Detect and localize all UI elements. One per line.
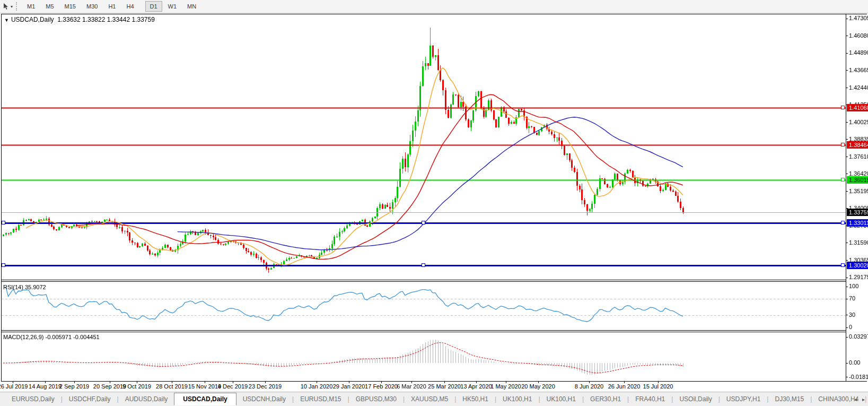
chart-tab-usdcnh-daily[interactable]: USDCNH,Daily	[236, 393, 292, 405]
ohlc-low: 1.33442	[107, 16, 130, 23]
chart-tab-gbpusd-m30[interactable]: GBPUSD,M30	[349, 393, 403, 405]
rsi-indicator-label: RSI(14) 35.9072	[3, 284, 46, 290]
date-label: 23 Dec 2019	[249, 383, 282, 390]
chart-tab-usdjpy-h1[interactable]: USDJPY,H1	[720, 393, 767, 405]
tab-scroll-left-icon[interactable]: ◂	[854, 396, 857, 402]
chart-tab-fra40-h1[interactable]: FRA40,H1	[629, 393, 671, 405]
rsi-tick-mark	[846, 299, 848, 299]
chart-top-border	[1, 14, 867, 14]
macd-indicator-label: MACD(12,26,9) -0.005971 -0.004451	[3, 334, 100, 340]
price-tick-mark	[846, 70, 848, 71]
chart-tab-usoil-daily[interactable]: USOil,Daily	[673, 393, 718, 405]
price-tick-mark	[846, 53, 848, 54]
line-drag-handle[interactable]	[2, 221, 5, 224]
price-tick-mark	[846, 278, 848, 278]
date-label: 28 Oct 2019	[156, 383, 188, 390]
ohlc-close: 1.33759	[131, 16, 154, 23]
chart-tab-uk100-h1[interactable]: UK100,H1	[540, 393, 582, 405]
tab-separator: |	[865, 395, 866, 403]
date-label: 6 Mar 2020	[397, 383, 426, 390]
line-drag-handle[interactable]	[2, 263, 5, 267]
price-tick-mark	[846, 88, 848, 88]
date-label: 1 May 2020	[490, 383, 521, 390]
date-label: 25 Mar 2020	[428, 383, 461, 390]
chart-tab-eurusd-daily[interactable]: EURUSD,Daily	[5, 393, 61, 405]
tab-scroll-right-icon[interactable]: ▸	[862, 396, 865, 402]
chart-bottom-border	[1, 381, 867, 382]
line-drag-handle[interactable]	[422, 263, 425, 267]
price-tick-mark	[846, 243, 848, 243]
chart-tab-bar: EURUSD,Daily|USDCHF,Daily|AUDUSD,DailyUS…	[0, 392, 868, 406]
price-badge: 1.41060	[847, 104, 868, 111]
price-tick-label: 1.44890	[849, 49, 868, 56]
date-label: 15 Jul 2020	[643, 383, 673, 390]
rsi-tick-mark	[846, 287, 848, 287]
chart-tabs: EURUSD,Daily|USDCHF,Daily|AUDUSD,DailyUS…	[5, 392, 866, 406]
macd-pane-top-border	[1, 332, 846, 332]
title-marker-icon: ▼	[4, 18, 9, 23]
chart-window: ▼USDCAD,Daily 1.33632 1.33822 1.33442 1.…	[0, 0, 868, 406]
macd-tick-label: -0.018154	[849, 374, 868, 380]
rsi-tick-mark	[846, 327, 848, 328]
price-tick-label: 1.47305	[849, 15, 868, 21]
price-scale-line[interactable]	[846, 14, 846, 381]
date-label: 14 Aug 2019	[29, 383, 62, 390]
price-tick-mark	[846, 19, 848, 19]
date-label: 17 Feb 2020	[365, 383, 398, 390]
rsi-tick-label: 30	[849, 312, 855, 318]
rsi-tick-mark	[846, 315, 848, 315]
chart-tab-dj30-m15[interactable]: DJ30,M15	[768, 393, 810, 405]
line-drag-handle[interactable]	[422, 221, 425, 224]
rsi-pane-top-border	[1, 281, 846, 282]
date-label: 2 Sep 2019	[59, 383, 89, 390]
chart-tab-ger30-h1[interactable]: GER30,H1	[584, 393, 627, 405]
macd-tick-label: 0.00	[849, 359, 860, 366]
price-tick-mark	[846, 36, 848, 36]
price-tick-label: 1.29175	[849, 274, 868, 280]
chart-title: ▼USDCAD,Daily 1.33632 1.33822 1.33442 1.…	[4, 16, 155, 23]
line-drag-handle[interactable]	[841, 178, 845, 182]
price-tick-mark	[846, 139, 848, 140]
price-tick-label: 1.35195	[849, 188, 868, 194]
date-label: 4 Dec 2019	[218, 383, 248, 390]
price-badge: 1.36015	[847, 176, 868, 184]
date-label: 8 Jun 2020	[575, 383, 603, 390]
rsi-tick-label: 0	[849, 324, 852, 330]
ohlc-high: 1.33822	[82, 16, 105, 23]
macd-tick-mark	[846, 377, 848, 377]
chart-tab-usdcad-daily[interactable]: USDCAD,Daily	[174, 393, 236, 405]
chart-tab-hk50-h1[interactable]: HK50,H1	[456, 393, 495, 405]
chart-tab-xauusd-m5[interactable]: XAUUSD,M5	[405, 393, 454, 405]
date-label: 10 Jan 2020	[301, 383, 333, 390]
price-tick-label: 1.31590	[849, 239, 868, 246]
date-label: 9 Oct 2019	[122, 383, 151, 390]
chart-tab-audusd-daily[interactable]: AUDUSD,Daily	[119, 393, 174, 405]
line-drag-handle[interactable]	[841, 143, 845, 146]
price-tick-mark	[846, 260, 848, 261]
rsi-macd-separator[interactable]	[1, 330, 846, 331]
price-badge: 1.30020	[847, 262, 868, 269]
price-tick-mark	[846, 174, 848, 174]
line-drag-handle[interactable]	[841, 221, 845, 224]
date-label: 20 May 2020	[521, 383, 555, 390]
chart-left-border	[1, 14, 2, 381]
main-rsi-separator[interactable]	[1, 280, 846, 280]
rsi-tick-label: 100	[849, 283, 858, 289]
macd-tick-mark	[846, 363, 848, 364]
line-drag-handle[interactable]	[841, 106, 845, 109]
date-label: 20 Sep 2019	[93, 383, 126, 390]
mt4-window: ▾ M1M5M15M30H1H4D1W1MN ▼USDCAD,Daily 1.3…	[0, 0, 868, 406]
chart-tab-usdchf-daily[interactable]: USDCHF,Daily	[63, 393, 117, 405]
symbol-period-label: USDCAD,Daily	[11, 16, 54, 23]
line-drag-handle[interactable]	[841, 263, 845, 267]
ohlc-open: 1.33632	[57, 16, 80, 23]
date-label: 29 Jan 2020	[333, 383, 365, 390]
rsi-tick-label: 70	[849, 295, 855, 301]
macd-tick-label: 0.032972	[849, 333, 868, 340]
chart-tab-uk100-h1[interactable]: UK100,H1	[496, 393, 538, 405]
price-tick-label: 1.40025	[849, 119, 868, 125]
price-chart-canvas[interactable]	[0, 0, 868, 382]
price-badge: 1.38464	[847, 141, 868, 149]
price-tick-mark	[846, 191, 848, 192]
chart-tab-eurusd-m15[interactable]: EURUSD,M15	[294, 393, 347, 405]
